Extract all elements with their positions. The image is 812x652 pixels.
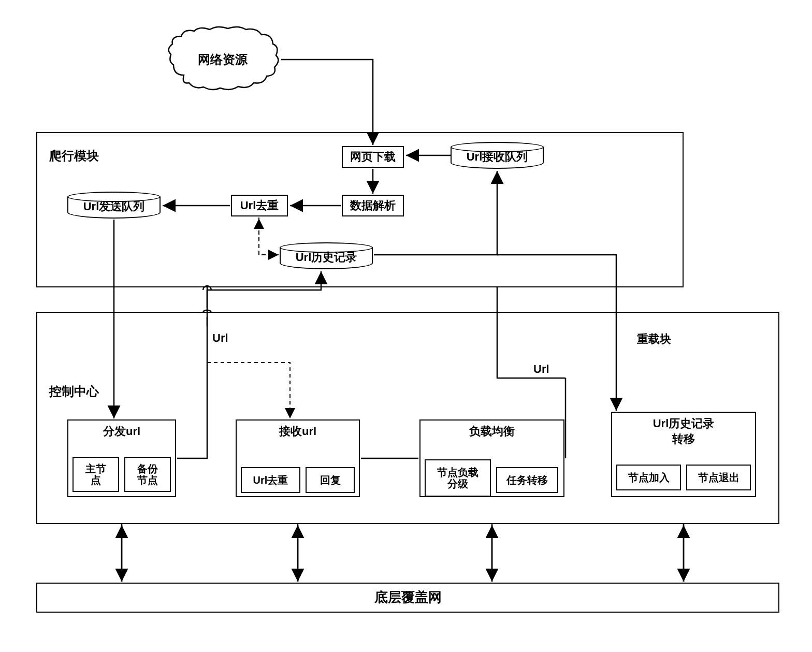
history-transfer-title: Url历史记录 转移 [612, 416, 755, 447]
master-node-box: 主节 点 [72, 457, 119, 492]
cloud-label: 网络资源 [198, 51, 248, 68]
load-balance-title: 负载均衡 [421, 424, 563, 439]
overlay-network-box: 底层覆盖网 [36, 583, 779, 613]
dispatch-url-title: 分发url [68, 424, 175, 439]
history-transfer-group: Url历史记录 转移 节点加入 节点退出 [611, 412, 756, 497]
backup-node-box: 备份 节点 [124, 457, 171, 492]
network-resource-cloud: 网络资源 [163, 23, 282, 96]
url-dedup-box: Url去重 [231, 195, 288, 216]
load-balance-group: 负载均衡 节点负载 分级 任务转移 [419, 419, 564, 497]
receive-url-title: 接收url [237, 424, 359, 439]
node-level-box: 节点负载 分级 [425, 459, 491, 497]
control-center-title: 控制中心 [49, 383, 99, 400]
url-send-queue-cylinder: Url发送队列 [67, 192, 161, 219]
url-label-2: Url [533, 363, 549, 376]
data-parse-box: 数据解析 [342, 195, 404, 216]
node-exit-box: 节点退出 [686, 465, 751, 490]
reload-block-label: 重载块 [637, 331, 671, 347]
url-recv-queue-cylinder: Url接收队列 [451, 142, 544, 169]
url-history-cylinder: Url历史记录 [280, 242, 373, 269]
dispatch-url-group: 分发url 主节 点 备份 节点 [67, 419, 176, 497]
receive-dedup-box: Url去重 [241, 467, 300, 493]
crawler-module-title: 爬行模块 [49, 148, 99, 164]
node-join-box: 节点加入 [616, 465, 681, 490]
url-label-1: Url [212, 331, 228, 345]
receive-reply-box: 回复 [306, 467, 355, 493]
receive-url-group: 接收url Url去重 回复 [236, 419, 360, 497]
task-transfer-box: 任务转移 [496, 467, 558, 493]
web-download-box: 网页下载 [342, 146, 404, 168]
